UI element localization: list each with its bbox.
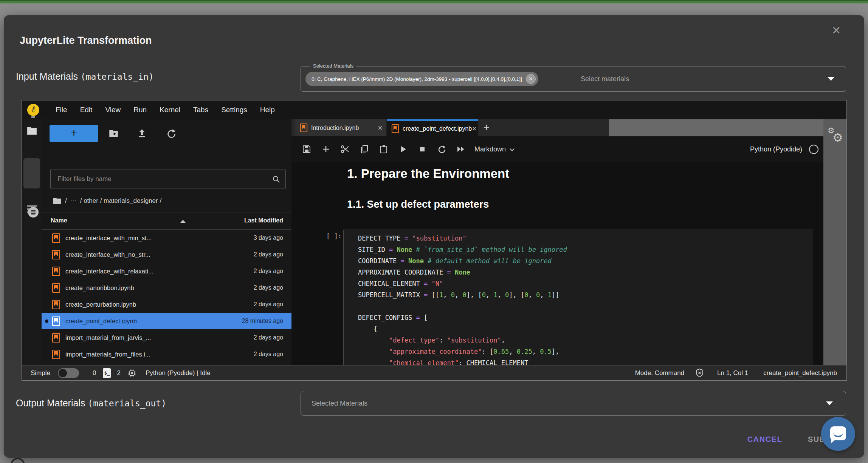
material-chip[interactable]: 0: C, Graphene, HEX (P6/mmm) 2D (Monolay… — [305, 72, 538, 86]
file-row[interactable]: create_perturbation.ipynb2 days ago — [42, 296, 291, 313]
kernel-idle-icon[interactable] — [809, 145, 818, 154]
menu-item-settings[interactable]: Settings — [215, 106, 254, 114]
search-icon — [272, 175, 281, 184]
kernel-name[interactable]: Python (Pyodide) — [750, 145, 802, 153]
filter-files-input[interactable] — [51, 170, 285, 188]
dialog-title: JupyterLite Transformation — [20, 35, 152, 46]
menu-item-edit[interactable]: Edit — [74, 106, 99, 114]
cursor-position[interactable]: Ln 1, Col 1 — [717, 369, 748, 377]
code-cell[interactable]: DEFECT_TYPE = "substitution"SITE_ID = No… — [343, 230, 813, 365]
simple-mode-toggle[interactable] — [58, 368, 79, 378]
gear-icon: ⚙ — [832, 131, 843, 145]
close-icon[interactable]: × — [826, 20, 846, 40]
menu-item-tabs[interactable]: Tabs — [187, 106, 215, 114]
code-line — [358, 301, 813, 312]
close-tab-icon[interactable]: × — [378, 123, 383, 133]
notebook-file-icon — [52, 250, 60, 259]
notebook-file-icon — [52, 350, 60, 359]
file-row[interactable]: create_point_defect.ipynb28 minutes ago — [42, 313, 291, 329]
refresh-icon[interactable] — [166, 128, 176, 139]
menu-item-help[interactable]: Help — [254, 106, 281, 114]
add-cell-icon[interactable] — [321, 145, 330, 154]
column-header-name[interactable]: Name — [51, 217, 67, 224]
breadcrumb-ellipsis[interactable]: ··· — [70, 197, 77, 205]
chevron-down-icon — [510, 146, 515, 151]
file-row[interactable]: import_materials_from_files.i...2 days a… — [42, 346, 291, 363]
cancel-button[interactable]: CANCEL — [736, 429, 794, 450]
menu-item-file[interactable]: File — [49, 106, 74, 114]
menu-item-view[interactable]: View — [99, 106, 127, 114]
notebook-content: 1. Prepare the Environment 1.1. Set up d… — [291, 162, 823, 365]
column-divider — [202, 213, 202, 229]
notebook-file-icon — [52, 233, 60, 243]
file-name: import_materials_from_files.i... — [65, 351, 150, 358]
menu-item-kernel[interactable]: Kernel — [153, 106, 187, 114]
cell-type-dropdown[interactable]: Markdown — [474, 145, 514, 153]
chat-support-button[interactable] — [821, 417, 855, 451]
notebook-file-icon — [52, 316, 60, 326]
transformation-dialog: JupyterLite Transformation × Input Mater… — [4, 15, 864, 458]
new-launcher-button[interactable]: + — [50, 125, 98, 142]
file-name: create_nanoribbon.ipynb — [65, 284, 134, 292]
chevron-down-icon[interactable] — [828, 77, 834, 81]
sort-ascending-icon[interactable] — [180, 220, 186, 223]
menu-items: FileEditViewRunKernelTabsSettingsHelp — [49, 106, 281, 114]
file-row[interactable]: create_nanoribbon.ipynb2 days ago — [42, 279, 291, 296]
file-row[interactable]: Introduction.ipynb2 months ago — [42, 363, 291, 365]
input-materials-label: Input Materials (materials_in) — [16, 71, 154, 82]
output-materials-select[interactable]: Selected Materials — [301, 391, 846, 416]
copy-cells-icon[interactable] — [360, 145, 369, 154]
jupyterlite-widget: ℓ FileEditViewRunKernelTabsSettingsHelp … — [22, 100, 847, 381]
trust-shield-icon[interactable] — [695, 368, 704, 378]
restart-kernel-icon[interactable] — [437, 145, 446, 154]
notebook-file-icon — [52, 267, 60, 276]
chip-remove-icon[interactable]: × — [526, 74, 536, 84]
upload-icon[interactable] — [137, 128, 147, 139]
close-tab-icon[interactable]: × — [472, 124, 477, 134]
code-line: CHEMICAL_ELEMENT = "N" — [358, 278, 813, 289]
output-materials-label-code: (materials_out) — [88, 398, 166, 408]
code-line: DEFECT_TYPE = "substitution" — [358, 233, 813, 244]
new-tab-button[interactable]: + — [478, 119, 495, 136]
breadcrumb-trail[interactable]: / other / materials_designer / — [80, 197, 161, 205]
breadcrumb-root[interactable]: / — [65, 197, 67, 205]
file-row[interactable]: create_interface_with_relaxati...2 days … — [42, 263, 291, 279]
home-folder-icon[interactable] — [53, 197, 62, 205]
terminal-icon[interactable]: $_ — [103, 368, 111, 378]
cell-type-value: Markdown — [474, 145, 506, 153]
file-browser-icon[interactable] — [27, 126, 37, 135]
file-row[interactable]: create_interface_with_no_str...2 days ag… — [42, 246, 291, 263]
code-line: "defect_type": "substitution", — [358, 335, 813, 346]
column-header-last-modified[interactable]: Last Modified — [244, 217, 283, 224]
file-row[interactable]: import_material_from_jarvis_...2 days ag… — [42, 329, 291, 346]
new-folder-icon[interactable] — [108, 128, 119, 139]
file-browser-panel: + / ··· / other / materials_designer / N… — [42, 119, 291, 365]
header-divider — [4, 55, 864, 55]
menu-item-run[interactable]: Run — [127, 106, 153, 114]
file-name: create_interface_with_min_st... — [65, 235, 152, 242]
interrupt-kernel-icon[interactable] — [418, 145, 427, 154]
editor-mode[interactable]: Mode: Command — [635, 369, 684, 377]
file-modified: 2 days ago — [254, 284, 283, 291]
tab-create-point-defect[interactable]: create_point_defect.ipynb × — [387, 119, 478, 136]
run-cell-icon[interactable] — [398, 145, 408, 154]
notebook-file-icon — [392, 124, 399, 133]
breadcrumb: / ··· / other / materials_designer / — [53, 194, 165, 208]
kernel-status[interactable]: Python (Pyodide) | Idle — [146, 369, 211, 377]
kernel-cpu-icon[interactable] — [127, 369, 136, 378]
selected-materials-field[interactable]: Selected Materials 0: C, Graphene, HEX (… — [301, 66, 846, 92]
paste-cells-icon[interactable] — [379, 145, 388, 154]
restart-run-all-icon[interactable] — [456, 145, 465, 154]
notebook-heading-1: 1. Prepare the Environment — [347, 167, 509, 181]
running-kernels-tab[interactable] — [23, 158, 40, 188]
save-icon[interactable] — [302, 145, 311, 154]
file-row[interactable]: create_interface_with_min_st...3 days ag… — [42, 230, 291, 246]
tab-label: Introduction.ipynb — [311, 125, 359, 131]
cut-cells-icon[interactable] — [341, 145, 350, 154]
widget-settings-gears-icon[interactable]: ⚙ ⚙ — [828, 126, 846, 146]
file-modified: 2 days ago — [254, 351, 283, 358]
file-modified: 2 days ago — [254, 268, 283, 275]
tab-introduction[interactable]: Introduction.ipynb × — [295, 119, 387, 136]
browser-top-strip — [0, 0, 868, 3]
table-of-contents-icon[interactable] — [27, 205, 37, 213]
